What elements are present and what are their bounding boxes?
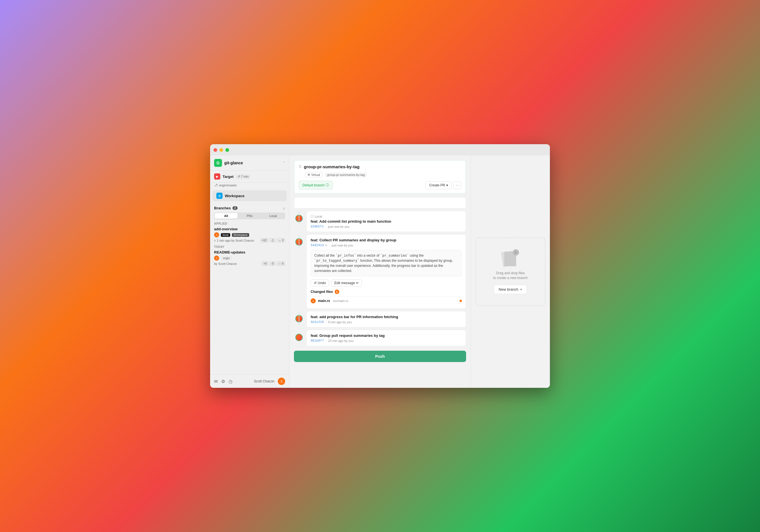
- commit-row-1: ⬡ Local feat: Add commit list printing t…: [294, 211, 466, 232]
- footer-user-name: Scott Chacon: [254, 379, 274, 383]
- branch-meta-readme: S origin: [214, 256, 285, 261]
- create-pr-button[interactable]: Create PR ▾: [426, 181, 451, 189]
- commit-message-1: feat: Add commit list printing to main f…: [310, 219, 462, 223]
- header-right-actions: Create PR ▾ ···: [426, 181, 461, 189]
- target-icon: ▶: [214, 173, 220, 180]
- target-time: ↺ 7 min: [236, 174, 250, 179]
- drop-zone-card[interactable]: + Drag and drop filesto create a new bra…: [475, 237, 546, 306]
- branch-name-readme: README-updates: [214, 250, 285, 254]
- repo-header: G git-glance ⌃: [210, 156, 289, 170]
- branch-item-readme[interactable]: README-updates S origin by Scott Chacon …: [214, 250, 285, 266]
- commit-message-4: feat: Group pull request summaries by ta…: [310, 333, 462, 338]
- filter-tab-prs[interactable]: PRs: [238, 213, 261, 219]
- file-name: main.rs: [318, 299, 330, 303]
- commit-row-4: feat: Group pull request summaries by ta…: [294, 330, 466, 346]
- edit-message-button[interactable]: Edit message ✏: [331, 279, 362, 287]
- commit-hash-1: b50b5f1: [310, 225, 324, 228]
- main-content: ⠿ group-pr-summaries-by-tag ⊗ Virtual gr…: [289, 156, 550, 388]
- mail-icon[interactable]: ✉: [214, 379, 218, 384]
- filter-tab-local[interactable]: Local: [261, 213, 285, 219]
- changed-files-header: Changed files 1: [310, 290, 462, 294]
- more-options-button[interactable]: ···: [453, 181, 461, 189]
- commit-card-3[interactable]: feat: add progress bar for PR informatio…: [307, 311, 466, 327]
- pencil-icon: ✏: [356, 281, 359, 285]
- commit-avatar-4: [295, 334, 303, 341]
- workspace-icon: ⊞: [216, 193, 222, 199]
- chevron-icon[interactable]: ⌃: [282, 161, 285, 165]
- stat-changes: ↔ 3: [277, 238, 285, 242]
- branch-stats-readme: +0 -0 ↔ 0: [261, 262, 285, 266]
- commit-meta-1: b50b5f1 · just now by you: [310, 225, 462, 228]
- right-panel: + Drag and drop filesto create a new bra…: [471, 156, 550, 388]
- search-icon[interactable]: ⌕: [283, 206, 285, 210]
- undo-button[interactable]: ↺ Undo: [310, 279, 329, 287]
- commit-hash-4: 081b0f7: [310, 339, 324, 343]
- target-row[interactable]: ▶ Target ↺ 7 min: [210, 170, 289, 183]
- repo-name-row[interactable]: G git-glance: [214, 159, 243, 167]
- avatar-readme: S: [214, 256, 219, 261]
- center-panel: ⠿ group-pr-summaries-by-tag ⊗ Virtual gr…: [289, 156, 471, 388]
- commit-timeline-4: [294, 330, 304, 341]
- sidebar: G git-glance ⌃ ▶ Target ↺ 7 min: [210, 156, 289, 388]
- commit-card-4[interactable]: feat: Group pull request summaries by ta…: [307, 330, 466, 346]
- commit-timeline-1: [294, 211, 304, 222]
- commit-row-3: feat: add progress bar for PR informatio…: [294, 311, 466, 327]
- minimize-button[interactable]: [219, 148, 223, 152]
- new-branch-button[interactable]: New branch +: [494, 285, 527, 294]
- commit-message-3: feat: add progress bar for PR informatio…: [310, 315, 462, 319]
- push-button[interactable]: Push: [294, 351, 466, 362]
- file-item-main-rs[interactable]: ● main.rs src/main.rs: [310, 296, 462, 305]
- close-button[interactable]: [214, 148, 217, 152]
- default-branch-button[interactable]: Default branch ⓘ: [299, 181, 333, 189]
- history-icon[interactable]: ◷: [228, 379, 232, 384]
- repo-name: git-glance: [224, 161, 243, 165]
- stat-deletions: -1: [269, 238, 275, 242]
- file-icon: ●: [310, 298, 316, 303]
- branch-stats: +52 -1 ↔ 3: [260, 238, 285, 242]
- local-icon: ⬡: [310, 215, 313, 218]
- drag-handle-icon[interactable]: ⠿: [299, 165, 302, 169]
- copy-icon[interactable]: ⎘: [325, 244, 327, 247]
- branch-meta: S local Workspace: [214, 232, 285, 237]
- branches-header: Branches 2 ⌕: [214, 206, 285, 210]
- branch-name: add-overview: [214, 227, 285, 231]
- commit-body-2: Collect all the `pr_infos` into a vector…: [310, 250, 462, 276]
- filter-tabs: All PRs Local: [214, 213, 285, 219]
- changed-files-section: Changed files 1 ● main.rs src/main.rs: [310, 290, 462, 305]
- origin-badge: origin: [221, 256, 232, 260]
- branch-header-actions-row: Default branch ⓘ Create PR ▾ ···: [299, 181, 461, 189]
- commit-timeline-3: [294, 311, 304, 322]
- branches-count-badge: 2: [232, 206, 238, 210]
- avatar: S: [214, 232, 219, 237]
- target-label: Target: [222, 174, 234, 179]
- virtual-icon: ⊗: [308, 173, 310, 176]
- local-badge: local: [221, 233, 230, 237]
- sidebar-footer: ✉ ⚙ ◷ Scott Chacon S: [210, 374, 289, 388]
- repo-icon: G: [214, 159, 222, 167]
- commit-card-1[interactable]: ⬡ Local feat: Add commit list printing t…: [307, 211, 466, 232]
- separator-card: [294, 197, 466, 209]
- workspace-row[interactable]: ⊞ Workspace: [213, 190, 287, 201]
- workspace-label: Workspace: [225, 194, 244, 198]
- main-area: ⠿ group-pr-summaries-by-tag ⊗ Virtual gr…: [289, 156, 550, 388]
- stat-chg-0: ↔ 0: [277, 262, 285, 266]
- branches-title: Branches 2: [214, 206, 238, 210]
- today-section-label: Today: [214, 245, 285, 248]
- settings-icon[interactable]: ⚙: [221, 379, 225, 384]
- undo-icon: ↺: [314, 281, 316, 285]
- filter-tab-all[interactable]: All: [214, 213, 238, 219]
- branch-author-readme: by Scott Chacon: [214, 262, 237, 266]
- info-icon: ⓘ: [326, 183, 329, 187]
- target-branch-display: ⎇ origin/master: [210, 183, 289, 189]
- plus-icon: +: [513, 249, 519, 256]
- chevron-down-icon: ▾: [446, 183, 448, 187]
- branch-icon: ⎇: [214, 183, 218, 187]
- maximize-button[interactable]: [225, 148, 229, 152]
- commit-row-2: feat: Collect PR summaries and display b…: [294, 234, 466, 309]
- clock-icon: ↺: [238, 175, 240, 178]
- branch-item-add-overview[interactable]: add-overview S local Workspace < 1 min a…: [214, 227, 285, 242]
- changed-files-count: 1: [335, 290, 339, 294]
- commit-card-2[interactable]: feat: Collect PR summaries and display b…: [307, 234, 466, 309]
- stat-del-0: -0: [269, 262, 275, 266]
- commit-hash-2: 544241d: [310, 243, 324, 247]
